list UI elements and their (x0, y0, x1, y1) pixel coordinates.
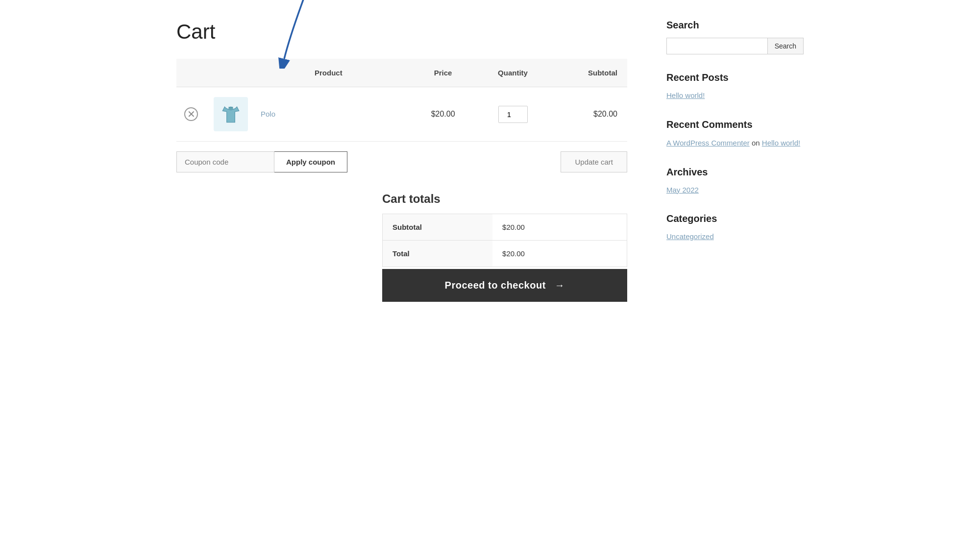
main-content: Cart Product Price Quantity Su (176, 20, 627, 302)
product-subtotal: $20.00 (593, 110, 617, 118)
sidebar-recent-posts-title: Recent Posts (666, 72, 804, 83)
totals-table: Subtotal $20.00 Total $20.00 (382, 214, 627, 267)
sidebar-recent-posts-section: Recent Posts Hello world! (666, 72, 804, 101)
product-link[interactable]: Polo (261, 110, 275, 118)
checkout-arrow-icon: → (555, 280, 565, 291)
sidebar-search-title: Search (666, 20, 804, 31)
update-cart-button[interactable]: Update cart (561, 151, 627, 172)
page-title: Cart (176, 20, 627, 44)
subtotal-row: Subtotal $20.00 (383, 214, 627, 241)
coupon-form: Apply coupon (176, 151, 347, 172)
search-input[interactable] (666, 38, 768, 54)
sidebar-recent-comments-section: Recent Comments A WordPress Commenter on… (666, 119, 804, 149)
sidebar-archives-section: Archives May 2022 (666, 167, 804, 196)
table-row: ✕ (176, 87, 627, 142)
search-button[interactable]: Search (768, 38, 804, 54)
apply-coupon-button[interactable]: Apply coupon (274, 151, 347, 172)
cart-totals-title: Cart totals (382, 192, 627, 206)
sidebar-categories-section: Categories Uncategorized (666, 213, 804, 243)
remove-item-button[interactable]: ✕ (184, 107, 198, 121)
total-row: Total $20.00 (383, 241, 627, 267)
commenter-link[interactable]: A WordPress Commenter (666, 139, 750, 147)
cart-totals-section: Cart totals Subtotal $20.00 Total $20.00… (382, 192, 627, 302)
quantity-input[interactable] (498, 106, 528, 123)
product-image (214, 97, 248, 131)
checkout-label: Proceed to checkout (445, 280, 546, 291)
comment-on-text: on (752, 139, 762, 147)
col-header-quantity: Quantity (475, 59, 550, 87)
search-row: Search (666, 38, 804, 54)
sidebar-archives-title: Archives (666, 167, 804, 178)
total-value: $20.00 (492, 241, 627, 267)
comment-entry: A WordPress Commenter on Hello world! (666, 137, 804, 149)
svg-point-1 (229, 107, 233, 110)
sidebar-search-section: Search Search (666, 20, 804, 54)
total-label: Total (383, 241, 493, 267)
cart-table: Product Price Quantity Subtotal ✕ (176, 59, 627, 142)
sidebar-category-1[interactable]: Uncategorized (666, 231, 804, 243)
col-header-product: Product (256, 59, 411, 87)
product-price: $20.00 (431, 110, 455, 118)
comment-post-link[interactable]: Hello world! (762, 139, 800, 147)
subtotal-label: Subtotal (383, 214, 493, 241)
sidebar-archive-1[interactable]: May 2022 (666, 185, 804, 196)
coupon-input[interactable] (176, 151, 274, 172)
sidebar: Search Search Recent Posts Hello world! … (666, 20, 804, 302)
checkout-button[interactable]: Proceed to checkout → (382, 269, 627, 302)
sidebar-recent-comments-title: Recent Comments (666, 119, 804, 130)
col-header-subtotal: Subtotal (550, 59, 627, 87)
sidebar-recent-post-1[interactable]: Hello world! (666, 90, 804, 101)
col-header-price: Price (411, 59, 476, 87)
sidebar-categories-title: Categories (666, 213, 804, 224)
subtotal-value: $20.00 (492, 214, 627, 241)
cart-actions: Apply coupon Update cart (176, 151, 627, 172)
